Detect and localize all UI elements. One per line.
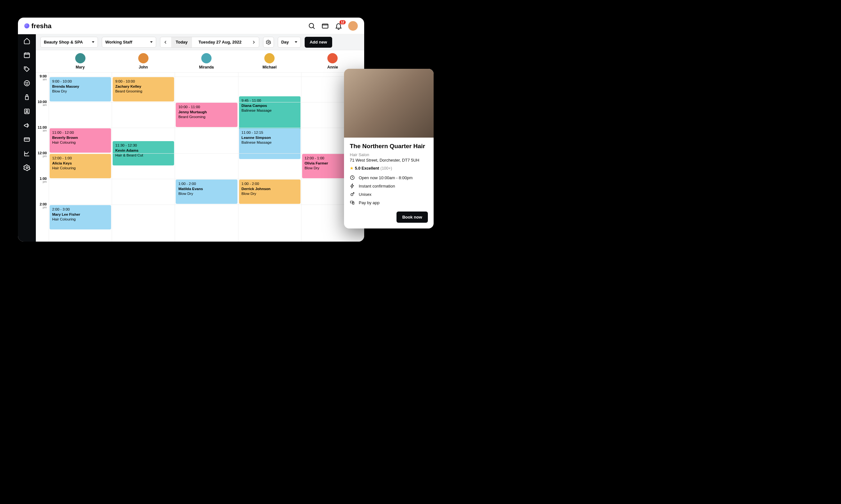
appointment-client: Derrick Johnson: [241, 186, 298, 192]
appointment-service: Blow Dry: [178, 191, 235, 197]
appointment-client: Beverly Brown: [52, 136, 108, 141]
staff-header[interactable]: Michael: [238, 50, 301, 72]
location-label: Beauty Shop & SPA: [44, 40, 83, 44]
hour-label: 2:00pm: [36, 202, 49, 209]
rating-value: 5.0 Excellent: [355, 166, 379, 170]
user-avatar[interactable]: [348, 21, 358, 31]
appointment[interactable]: 12:00 - 1:00Alicia KeysHair Colouring: [50, 154, 111, 178]
appointment-client: Jenny Murtaugh: [178, 110, 235, 115]
appointment-service: Hair Colouring: [52, 166, 108, 171]
appointment-service: Beard Grooming: [115, 89, 172, 94]
appointment-service: Blow Dry: [52, 89, 108, 94]
appointment-service: Balinese Massage: [241, 140, 298, 145]
hour-label: 11:00am: [36, 126, 49, 132]
calendar-icon[interactable]: [23, 52, 31, 58]
svg-point-9: [25, 82, 26, 83]
wallet-icon[interactable]: [321, 22, 329, 30]
staff-filter-label: Working Staff: [105, 40, 132, 44]
appointment-client: Diana Campos: [241, 103, 298, 108]
card-icon[interactable]: [23, 136, 31, 143]
home-icon[interactable]: [23, 37, 31, 44]
appointment[interactable]: 9:00 - 10:00Zachary KelleyBeard Grooming: [113, 77, 174, 102]
staff-name: Annie: [327, 65, 338, 69]
appointment-time: 11:00 - 12:15: [241, 130, 298, 136]
staff-header[interactable]: Mary: [49, 50, 112, 72]
appointment-service: Hair Colouring: [52, 217, 108, 222]
appointment-service: Hair & Beard Cut: [115, 153, 172, 158]
appointment[interactable]: 9:00 - 10:00Brenda MasseyBlow Dry: [50, 77, 111, 102]
appointment-time: 2:00 - 3:00: [52, 207, 108, 212]
appointment-service: Beard Grooming: [178, 114, 235, 120]
appointment-client: Alicia Keys: [52, 161, 108, 166]
view-select[interactable]: Day: [278, 37, 301, 48]
appointment[interactable]: 11:00 - 12:15Leanne SimpsonBalinese Mass…: [239, 128, 301, 159]
appointment-time: 1:00 - 2:00: [178, 181, 235, 186]
info-payment: Pay by app: [350, 200, 428, 205]
add-new-button[interactable]: Add new: [305, 37, 332, 48]
date-nav: Today Tuesday 27 Aug, 2022: [160, 37, 259, 48]
appointment[interactable]: 1:00 - 2:00Matilda EvansBlow Dry: [176, 180, 237, 204]
tag-icon[interactable]: [23, 66, 31, 73]
appointment-time: 10:00 - 11:00: [178, 105, 235, 110]
svg-point-19: [351, 194, 353, 196]
listing-address: 71 West Street, Dorchester, DT7 5UH: [350, 158, 428, 163]
appointment-service: Blow Dry: [241, 191, 298, 197]
settings-icon[interactable]: [23, 164, 31, 171]
listing-category: Hair Salon: [350, 152, 428, 157]
product-icon[interactable]: [23, 94, 31, 101]
svg-point-7: [25, 68, 26, 68]
today-button[interactable]: Today: [171, 37, 192, 47]
listing-rating: ★ 5.0 Excellent (100+): [350, 166, 428, 170]
megaphone-icon[interactable]: [23, 122, 31, 129]
appointment-service: Balinese Massage: [241, 108, 298, 113]
grid-line: [49, 76, 364, 77]
appointment-client: Mary Lee Fisher: [52, 212, 108, 217]
toolbar: Beauty Shop & SPA Working Staff Today Tu…: [36, 34, 364, 50]
staff-name: Michael: [263, 65, 276, 69]
svg-point-10: [28, 82, 28, 83]
appointment[interactable]: 11:00 - 12:00Beverly BrownHair Colouring: [50, 128, 111, 152]
location-select[interactable]: Beauty Shop & SPA: [40, 37, 98, 48]
staff-avatar: [75, 53, 86, 64]
staff-header-row: MaryJohnMirandaMichaelAnnie: [36, 50, 364, 73]
staff-column: 9:00 - 10:00Zachary KelleyBeard Grooming…: [112, 73, 175, 241]
calendar-settings-button[interactable]: [263, 37, 274, 48]
staff-header[interactable]: Miranda: [175, 50, 238, 72]
notification-badge: 12: [340, 20, 346, 24]
appointment-service: Hair Colouring: [52, 140, 108, 145]
appointment[interactable]: 10:00 - 11:00Jenny MurtaughBeard Groomin…: [176, 103, 237, 127]
appointment-time: 9:00 - 10:00: [115, 79, 172, 84]
next-day-button[interactable]: [248, 41, 259, 44]
bell-icon[interactable]: 12: [335, 22, 342, 30]
search-icon[interactable]: [308, 22, 316, 30]
staff-select[interactable]: Working Staff: [102, 37, 156, 48]
staff-avatar: [138, 53, 148, 64]
bolt-icon: [350, 183, 355, 188]
svg-point-16: [26, 167, 28, 169]
listing-card: The Northern Quarter Hair Hair Salon 71 …: [344, 69, 434, 229]
prev-day-button[interactable]: [160, 41, 171, 44]
staff-avatar: [201, 53, 212, 64]
appointment-time: 1:00 - 2:00: [241, 181, 298, 186]
rating-count: (100+): [380, 166, 392, 170]
staff-column: 10:00 - 11:00Jenny MurtaughBeard Groomin…: [175, 73, 238, 241]
smile-icon[interactable]: [23, 80, 31, 87]
clock-icon: [350, 175, 355, 180]
book-now-button[interactable]: Book now: [396, 212, 428, 223]
hour-label: 10:00am: [36, 100, 49, 107]
hour-label: 9:00am: [36, 75, 49, 81]
appointment[interactable]: 1:00 - 2:00Derrick JohnsonBlow Dry: [239, 180, 301, 204]
contact-icon[interactable]: [23, 108, 31, 115]
grid-line: [49, 153, 364, 154]
chevron-down-icon: [150, 41, 153, 43]
staff-header[interactable]: John: [112, 50, 175, 72]
appointment-time: 9:45 - 11:00: [241, 98, 298, 103]
chart-icon[interactable]: [23, 150, 31, 157]
svg-rect-2: [322, 24, 328, 28]
topbar: fresha 12: [18, 18, 364, 34]
app-window: fresha 12: [18, 18, 364, 241]
appointment-time: 12:00 - 1:00: [52, 156, 108, 161]
appointment[interactable]: 2:00 - 3:00Mary Lee FisherHair Colouring: [50, 205, 111, 230]
calendar-grid: 9:00am10:00am11:00am12:00pm1:00pm2:00pm …: [36, 73, 364, 241]
svg-point-0: [309, 23, 314, 28]
